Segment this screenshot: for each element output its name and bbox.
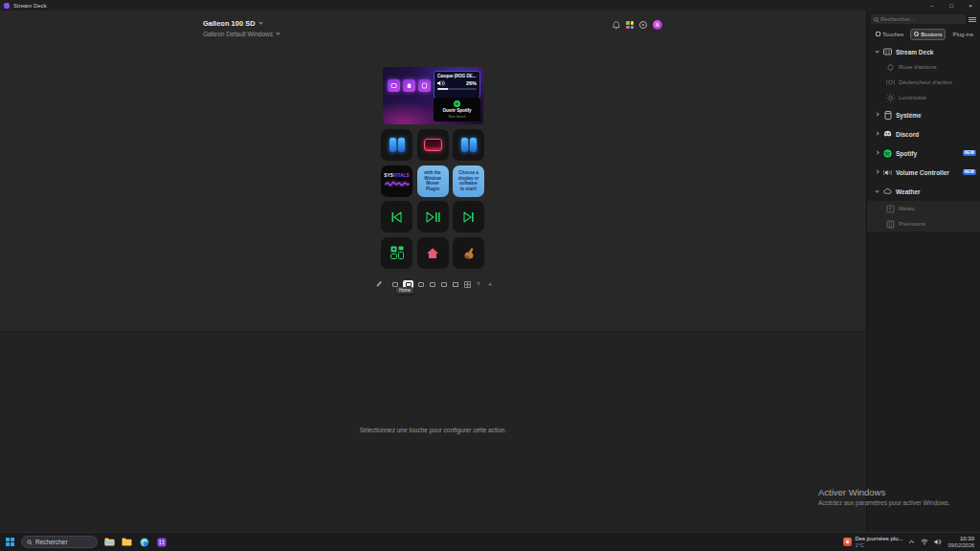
chevron-right-icon (875, 150, 879, 154)
previous-track-icon (390, 211, 404, 223)
close-button[interactable]: × (961, 0, 980, 11)
widget-headline: Des journées plu... (855, 536, 902, 542)
key-previous-track[interactable] (381, 201, 412, 232)
page-icon-3[interactable] (429, 280, 436, 288)
folder-icon[interactable] (122, 537, 132, 547)
tree-label: Volume Controller (896, 169, 949, 176)
settings-icon[interactable] (639, 21, 647, 29)
spotify-action-label: Ouvrir Spotify (442, 108, 471, 113)
list-view-icon[interactable] (969, 16, 976, 23)
search-row (867, 14, 980, 24)
device-selector[interactable]: Galleon 100 SD (203, 19, 279, 28)
tree-group-discord[interactable]: Discord (867, 124, 980, 143)
edit-pencil-icon[interactable] (374, 280, 382, 288)
device-name: Galleon 100 SD (203, 19, 256, 28)
tree-label: Roue d'actions (899, 64, 937, 70)
play-pause-icon (425, 211, 440, 223)
market-tile (631, 21, 635, 25)
file-explorer-icon[interactable] (104, 537, 115, 547)
maximize-button[interactable]: □ (942, 0, 961, 11)
key-window-red[interactable] (417, 129, 449, 161)
news-weather-icon (843, 538, 852, 546)
mini-key-app-icon[interactable] (418, 79, 431, 92)
speaker-icon (437, 80, 445, 86)
tree-item-previsions[interactable]: Prévisions (867, 216, 980, 231)
tree-label: Luminosité (899, 95, 926, 100)
tree-item-luminosite[interactable]: Luminosité (867, 90, 980, 105)
tree-group-weather[interactable]: Weather (867, 182, 980, 201)
sidebar-tabs: Touches Boutons Plug-ins (867, 28, 980, 40)
tab-plugins[interactable]: Plug-ins (948, 29, 977, 40)
page-icon-5[interactable] (452, 280, 459, 288)
inspector-hint: Sélectionnez une touche pour configurer … (0, 427, 866, 433)
marketplace-icon[interactable] (626, 21, 634, 29)
property-inspector (0, 331, 866, 542)
key-next-track[interactable] (453, 201, 484, 232)
keys-icon (876, 32, 880, 36)
header-actions: A (612, 20, 662, 30)
tree-item-declencheur[interactable]: Déclencheur d'action (867, 75, 980, 90)
tree-label: Spotify (896, 150, 917, 157)
stream-deck-app-icon[interactable] (156, 537, 167, 547)
grid-view-icon[interactable] (463, 280, 471, 288)
profile-dropdown[interactable]: Galleon Default Windows (203, 31, 279, 37)
touchscreen-preview[interactable]: Casque (ROG DE... 26% Ouvrir Spotify Non… (383, 67, 483, 124)
discord-icon (883, 130, 892, 138)
key-window-right[interactable] (453, 129, 484, 161)
market-tile (626, 21, 630, 25)
tray-speaker-icon[interactable] (934, 539, 942, 545)
chevron-right-icon (875, 169, 879, 173)
page-icon-4[interactable] (440, 280, 448, 288)
edge-browser-icon[interactable] (139, 537, 149, 547)
weather-children: Météo Prévisions (867, 201, 980, 231)
weather-cloud-icon (883, 187, 892, 195)
search-input[interactable] (871, 14, 966, 24)
weather-widget[interactable]: Des journées plu... 1°C (843, 536, 902, 548)
key-app-grid[interactable] (381, 237, 412, 269)
tab-touches[interactable]: Touches (872, 29, 907, 40)
stream-deck-window: Stream Deck – □ × Galleon 100 SD Galleon… (0, 0, 980, 551)
notifications-bell-icon[interactable] (612, 21, 620, 30)
mini-key-home-icon[interactable] (403, 79, 415, 92)
wifi-icon[interactable] (921, 539, 928, 545)
mini-key-display-icon[interactable] (388, 79, 400, 92)
volume-osd-panel: Casque (ROG DE... 26% (434, 71, 480, 99)
taskbar-search[interactable]: Rechercher (21, 536, 98, 548)
titlebar: Stream Deck – □ × (0, 0, 980, 11)
key-choose-display[interactable]: Choose a display or software to start! (453, 165, 484, 197)
tree-label: Météo (899, 206, 915, 211)
tree-group-spotify[interactable]: Spotify NEW (867, 143, 980, 163)
avatar[interactable]: A (653, 20, 662, 30)
tab-boutons-label: Boutons (921, 32, 942, 37)
key-play-pause[interactable] (417, 201, 449, 232)
brightness-icon (886, 94, 895, 102)
help-icon[interactable]: ? (475, 280, 482, 288)
key-home[interactable] (417, 237, 449, 269)
dial-icon (914, 32, 919, 36)
actions-tree: Stream Deck Roue d'actions Déclencheur d… (867, 44, 980, 231)
tree-group-volume-controller[interactable]: Volume Controller NEW (867, 163, 980, 182)
tree-group-stream-deck[interactable]: Stream Deck (867, 44, 980, 59)
tab-boutons[interactable]: Boutons (910, 29, 946, 40)
minimize-button[interactable]: – (923, 0, 942, 11)
tray-chevron-up-icon[interactable] (908, 540, 915, 544)
profile-selector: Galleon 100 SD Galleon Default Windows (203, 19, 279, 37)
hand-icon (461, 246, 476, 260)
tree-item-meteo[interactable]: Météo (867, 201, 980, 216)
add-page-icon[interactable]: + (486, 280, 494, 288)
tree-group-systeme[interactable]: Système (867, 105, 980, 124)
key-sysvitals[interactable]: SYSVITALS (381, 165, 412, 197)
widget-temperature: 1°C (855, 542, 902, 548)
key-window-left[interactable] (381, 129, 412, 161)
key-window-mover[interactable]: with the Window Mover Plugin (417, 165, 449, 197)
market-tile (631, 26, 635, 30)
tree-label: Discord (896, 131, 919, 138)
watermark-title: Activer Windows (818, 487, 950, 497)
clock[interactable]: 10:30 09/02/2026 (947, 536, 974, 549)
key-gesture[interactable] (453, 237, 484, 269)
sysvitals-label: SYSVITALS (384, 173, 409, 178)
tree-item-roue-dactions[interactable]: Roue d'actions (867, 59, 980, 75)
page-icon-2[interactable] (417, 280, 425, 288)
windows-start-icon[interactable] (6, 538, 14, 546)
blue-windows-icon (390, 138, 405, 152)
